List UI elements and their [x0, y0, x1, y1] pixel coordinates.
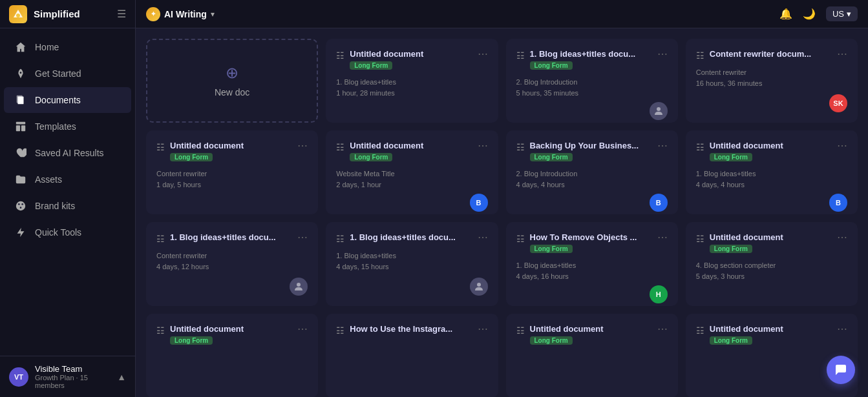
doc-card[interactable]: ☷ Untitled document Long Form ⋯ 1. Blog … — [686, 130, 858, 214]
card-meta: 4. Blog section completer 5 days, 3 hour… — [696, 260, 847, 296]
svg-point-12 — [477, 283, 481, 287]
card-title-area: Backing Up Your Busines... Long Form — [530, 141, 652, 162]
team-avatar: VT — [9, 367, 28, 387]
card-title-area: Untitled document Long Form — [350, 141, 472, 162]
card-more-button[interactable]: ⋯ — [837, 49, 847, 59]
card-avatar — [290, 278, 308, 296]
card-more-button[interactable]: ⋯ — [478, 324, 488, 334]
card-more-button[interactable]: ⋯ — [297, 232, 308, 243]
card-more-button[interactable]: ⋯ — [657, 324, 668, 334]
doc-card[interactable]: ☷ How To Remove Objects ... Long Form ⋯ … — [506, 222, 678, 306]
doc-card[interactable]: ☷ 1. Blog ideas+titles docu... ⋯ Content… — [146, 222, 318, 306]
doc-card[interactable]: ☷ Backing Up Your Busines... Long Form ⋯… — [506, 130, 678, 214]
heart-icon — [14, 147, 27, 159]
footer-team-info: Visible Team Growth Plan · 15 members — [35, 364, 111, 389]
card-title: 1. Blog ideas+titles docu... — [350, 232, 472, 242]
notification-icon[interactable]: 🔔 — [779, 8, 792, 20]
card-meta-1: 1. Blog ideas+titles — [336, 250, 487, 261]
card-more-button[interactable]: ⋯ — [297, 324, 308, 334]
doc-card[interactable]: ☷ Untitled document Long Form ⋯ — [506, 314, 678, 397]
doc-icon: ☷ — [516, 50, 525, 61]
card-meta-1: Website Meta Title — [336, 168, 487, 179]
doc-card[interactable]: ☷ Untitled document Long Form ⋯ 1. Blog … — [326, 39, 498, 123]
doc-card[interactable]: ☷ How to Use the Instagra... ⋯ — [326, 314, 498, 397]
theme-toggle-icon[interactable]: 🌙 — [803, 8, 816, 20]
team-plan: Growth Plan · 15 members — [35, 374, 111, 389]
sidebar-item-templates[interactable]: Templates — [4, 114, 131, 139]
card-more-button[interactable]: ⋯ — [478, 49, 488, 59]
palette-icon — [14, 199, 27, 212]
card-more-button[interactable]: ⋯ — [837, 232, 847, 243]
card-more-button[interactable]: ⋯ — [297, 141, 308, 151]
card-badge: Long Form — [350, 153, 392, 161]
card-avatar: SK — [829, 94, 847, 112]
card-badge: Long Form — [710, 153, 752, 161]
card-meta-2: 4 days, 12 hours — [156, 261, 308, 272]
card-badge: Long Form — [710, 245, 752, 253]
sidebar-item-get-started[interactable]: Get Started — [4, 61, 131, 87]
new-doc-label: New doc — [215, 87, 249, 97]
card-more-button[interactable]: ⋯ — [837, 141, 847, 151]
sidebar-item-assets[interactable]: Assets — [4, 167, 131, 192]
doc-card[interactable]: ☷ 1. Blog ideas+titles docu... ⋯ 1. Blog… — [326, 222, 498, 306]
new-doc-button[interactable]: ⊕ New doc — [146, 39, 318, 123]
sidebar-item-saved-ai[interactable]: Saved AI Results — [4, 140, 131, 166]
card-title-area: How To Remove Objects ... Long Form — [530, 232, 652, 254]
new-doc-plus-icon: ⊕ — [226, 64, 238, 82]
card-more-button[interactable]: ⋯ — [837, 324, 847, 334]
user-menu-button[interactable]: US ▾ — [826, 6, 858, 21]
card-meta: 1. Blog ideas+titles 1 hour, 28 minutes — [336, 77, 487, 112]
card-badge: Long Form — [530, 245, 573, 253]
template-icon — [14, 120, 27, 133]
svg-point-10 — [657, 107, 661, 111]
documents-grid: ⊕ New doc ☷ Untitled document Long Form … — [136, 28, 868, 397]
chat-button[interactable] — [827, 356, 855, 384]
sidebar-collapse-icon[interactable]: ☰ — [117, 8, 126, 20]
card-more-button[interactable]: ⋯ — [657, 232, 668, 243]
sidebar-item-brand-kits[interactable]: Brand kits — [4, 193, 131, 219]
doc-card[interactable]: ☷ Untitled document Long Form ⋯ — [146, 314, 318, 397]
doc-card[interactable]: ☷ Untitled document Long Form ⋯ — [686, 314, 858, 397]
card-more-button[interactable]: ⋯ — [657, 49, 668, 59]
sidebar-nav: Home Get Started Documents Templates — [0, 28, 135, 356]
svg-rect-3 — [16, 122, 25, 125]
card-title-area: Untitled document Long Form — [350, 49, 472, 70]
card-avatar — [470, 278, 488, 296]
ai-writing-selector[interactable]: ✦ AI Writing ▾ — [146, 7, 215, 21]
card-title: Untitled document — [170, 324, 292, 334]
sidebar-item-home-label: Home — [35, 42, 59, 52]
card-meta-1: 4. Blog section completer — [696, 260, 847, 271]
doc-icon: ☷ — [696, 142, 704, 152]
card-badge: Long Form — [350, 61, 392, 70]
doc-card[interactable]: ☷ 1. Blog ideas+titles docu... Long Form… — [506, 39, 678, 123]
card-title-area: Content rewriter docum... — [710, 49, 832, 59]
card-avatar: B — [470, 194, 488, 212]
card-meta — [696, 352, 847, 387]
doc-card[interactable]: ☷ Untitled document Long Form ⋯ 4. Blog … — [686, 222, 858, 306]
card-meta-1: Content rewriter — [696, 67, 847, 78]
svg-point-9 — [20, 207, 22, 209]
card-title-area: Untitled document Long Form — [170, 324, 292, 345]
main-content: ✦ AI Writing ▾ 🔔 🌙 US ▾ ⊕ New doc ☷ Unti… — [136, 0, 868, 397]
card-more-button[interactable]: ⋯ — [657, 141, 668, 151]
sidebar-item-quick-tools[interactable]: Quick Tools — [4, 219, 131, 245]
svg-rect-4 — [16, 125, 20, 131]
doc-icon: ☷ — [516, 325, 525, 336]
doc-card[interactable]: ☷ Untitled document Long Form ⋯ Content … — [146, 130, 318, 214]
card-badge: Long Form — [170, 336, 213, 345]
sidebar-item-home[interactable]: Home — [4, 34, 131, 60]
card-more-button[interactable]: ⋯ — [478, 232, 488, 243]
sidebar-item-documents[interactable]: Documents — [4, 87, 131, 113]
sidebar-item-quick-tools-label: Quick Tools — [35, 227, 81, 238]
card-more-button[interactable]: ⋯ — [478, 141, 488, 151]
app-name: Simplified — [34, 8, 111, 19]
footer-expand-icon[interactable]: ▲ — [117, 372, 126, 382]
card-title: Untitled document — [710, 232, 832, 242]
doc-card[interactable]: ☷ Content rewriter docum... ⋯ Content re… — [686, 39, 858, 123]
doc-card[interactable]: ☷ Untitled document Long Form ⋯ Website … — [326, 130, 498, 214]
svg-rect-2 — [18, 97, 24, 105]
lightning-icon — [14, 226, 27, 239]
doc-icon: ☷ — [696, 50, 704, 61]
card-meta-1: 2. Blog Introduction — [516, 77, 668, 88]
card-avatar: H — [650, 285, 668, 303]
